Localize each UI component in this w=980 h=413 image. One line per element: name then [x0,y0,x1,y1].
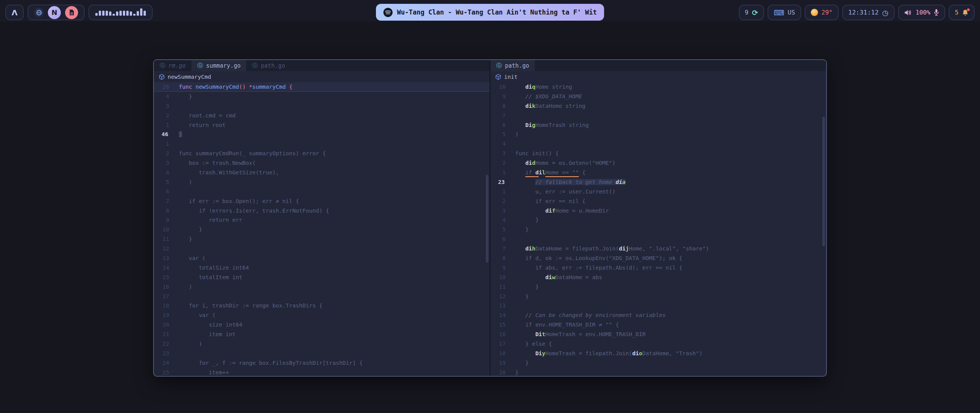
code-line[interactable]: 10 diqHome string [490,82,826,92]
right-code-area[interactable]: 10 diqHome string9 // $XDG_DATA_HOME8 di… [490,82,826,376]
code-line[interactable]: 16 ) [154,282,490,292]
code-line[interactable]: 2func summaryCmdRun(_ summaryOptions) er… [154,149,490,158]
code-segment: j [626,246,629,252]
code-line[interactable]: 1 if dilHome == "" { [490,168,826,177]
code-line[interactable]: 19 } [490,358,826,368]
code-segment: { [579,169,585,176]
code-line[interactable]: 9 return err [154,215,490,225]
code-line[interactable]: 2 if err == nil { [490,197,826,206]
code-line[interactable]: 2 didHome = os.Getenv("HOME") [490,158,826,168]
code-line[interactable]: 1 u, err := user.Current() [490,187,826,197]
code-line[interactable]: 21 item int [154,330,490,339]
left-scrollbar-thumb[interactable] [486,175,488,263]
updates-module[interactable]: 9 ⟳ [739,5,764,20]
code-line[interactable]: 7 if err := box.Open(); err ≠ nil { [154,197,490,206]
code-line[interactable]: 10 diwDataHome = abs [490,273,826,282]
clock-module[interactable]: 12:31:12 ◷ [842,5,895,20]
code-line[interactable]: 6 [490,234,826,244]
code-line[interactable]: 14 totalSize int64 [154,263,490,273]
code-line[interactable]: 46} [154,130,490,139]
code-line[interactable]: 7 dihDataHome = filepath.Join(dijHome, "… [490,244,826,254]
tab-rm-go[interactable]: Ⓖ rm.go [154,60,191,71]
workspace-editor-button[interactable]: N [48,6,61,19]
line-number: 11 [154,234,175,244]
code-line[interactable]: 22 ) [154,339,490,349]
code-line[interactable]: 20} [490,368,826,376]
code-line[interactable]: 1 [154,139,490,149]
weather-module[interactable]: 29° [805,5,839,20]
code-line[interactable]: 19 var ( [154,311,490,320]
code-line[interactable]: 3 box := trash.NewBox( [154,158,490,168]
code-line[interactable]: 15 totalItem int [154,273,490,282]
audio-visualizer[interactable] [88,5,153,20]
breadcrumb-symbol: newSummaryCmd [168,74,211,80]
code-line[interactable]: 15 if env.HOME_TRASH_DIR ≠ "" { [490,320,826,330]
code-line[interactable]: 1 return root [154,120,490,130]
code-line[interactable]: 12 } [490,292,826,301]
code-line[interactable]: 18 DiyHomeTrash = filepath.Join(dioDataH… [490,349,826,358]
code-line[interactable]: 13 [490,301,826,311]
code-text: if env.HOME_TRASH_DIR ≠ "" { [512,320,619,330]
code-text: } [512,368,519,376]
code-segment [515,103,525,109]
code-line[interactable]: 20 size int64 [154,320,490,330]
code-line[interactable]: 3 [154,101,490,111]
code-line[interactable]: 8 dikDataHome string [490,101,826,111]
line-number: 14 [490,311,512,320]
code-line[interactable]: 9 if abs, err := filepath.Abs(d); err ==… [490,263,826,273]
code-segment: di [546,274,552,280]
code-line[interactable]: 3func init() { [490,149,826,158]
code-line[interactable]: 23 // fallback to get home dia [490,177,826,187]
code-line[interactable]: 17 } else { [490,339,826,349]
code-line[interactable]: 9 // $XDG_DATA_HOME [490,92,826,101]
now-playing-widget[interactable]: Wu-Tang Clan - Wu-Tang Clan Ain't Nuthin… [376,4,604,21]
tab-summary-go[interactable]: Ⓖ summary.go [191,60,246,71]
tab-path-go-right[interactable]: Ⓖ path.go [490,60,535,71]
code-segment: l [542,169,546,176]
code-line[interactable]: 16 DitHomeTrash = env.HOME_TRASH_DIR [490,330,826,339]
code-line[interactable]: 24 for _, f := range box.FilesByTrashDir… [154,358,490,368]
code-line[interactable]: 3 difHome = u.HomeDir [490,206,826,216]
code-line[interactable]: 17 [154,292,490,301]
code-segment: Home, ".local", "share") [629,246,709,252]
keyboard-layout-module[interactable]: ⌨ US [768,5,801,20]
code-text: return err [175,215,242,225]
code-line[interactable]: 23 [154,349,490,358]
code-line[interactable]: 4 trash.WithGetSize(true), [154,168,490,177]
code-line[interactable]: 4 } [490,215,826,225]
code-line[interactable]: 8 if d, ok := os.LookupEnv("XDG_DATA_HOM… [490,254,826,263]
code-line[interactable]: 8 if !errors.Is(err, trash.ErrNotFound) … [154,206,490,216]
code-line[interactable]: 11 } [154,234,490,244]
code-line[interactable]: 13 var ( [154,254,490,263]
code-line[interactable]: 5) [490,130,826,139]
code-text: func summaryCmdRun(_ summaryOptions) err… [175,149,326,158]
left-code-area[interactable]: 26func newSummaryCmd() *summaryCmd {4 }3… [154,82,490,376]
code-line[interactable]: 25 item++ [154,368,490,376]
tab-path-go[interactable]: Ⓖ path.go [246,60,291,71]
code-line[interactable]: 11 } [490,282,826,292]
code-line[interactable]: 12 [154,244,490,254]
workspace-browser-button[interactable] [34,8,44,17]
code-segment: var ( [179,312,216,318]
context-line[interactable]: 26func newSummaryCmd() *summaryCmd { [154,82,490,92]
code-line[interactable]: 10 } [154,225,490,234]
launcher-button[interactable]: Λ [5,5,24,20]
right-scrollbar-thumb[interactable] [822,117,825,246]
workspace-files-button[interactable] [65,6,78,19]
code-line[interactable]: 4 [490,139,826,149]
code-line[interactable]: 6 DigHomeTrash string [490,120,826,130]
audio-module[interactable]: 100% [898,5,946,20]
code-text: // Can be changed by environment variabl… [512,311,666,320]
code-line[interactable]: 7 [490,111,826,120]
code-line[interactable]: 4 } [154,92,490,101]
line-number: 5 [490,225,512,234]
code-line[interactable]: 18 for i, trashDir := range box.TrashDir… [154,301,490,311]
code-line[interactable]: 6 [154,187,490,197]
code-segment: Di [535,350,542,356]
code-line[interactable]: 5 ) [154,177,490,187]
code-line[interactable]: 2 root.cmd = cmd [154,111,490,120]
notifications-module[interactable]: 5 [949,5,975,20]
line-number: 16 [490,330,512,339]
code-line[interactable]: 14 // Can be changed by environment vari… [490,311,826,320]
code-line[interactable]: 5 } [490,225,826,234]
